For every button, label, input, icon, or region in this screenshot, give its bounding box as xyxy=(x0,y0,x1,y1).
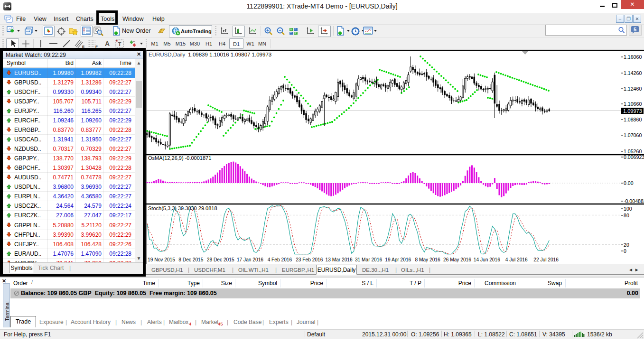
svg-text:100: 100 xyxy=(624,206,632,212)
svg-text:1.10660: 1.10660 xyxy=(624,101,642,107)
svg-text:0.006923: 0.006923 xyxy=(624,154,644,160)
svg-text:8 Dec 2015: 8 Dec 2015 xyxy=(178,257,203,262)
svg-text:5: 5 xyxy=(634,27,636,32)
svg-text:4 Jul 2016: 4 Jul 2016 xyxy=(505,257,528,262)
svg-text:1.08860: 1.08860 xyxy=(624,117,642,122)
svg-text:1.05260: 1.05260 xyxy=(624,148,642,154)
svg-text:OsMA(12,26,9) -0.0001871: OsMA(12,26,9) -0.0001871 xyxy=(148,155,211,161)
svg-text:1.12460: 1.12460 xyxy=(624,86,642,92)
svg-text:0: 0 xyxy=(624,248,626,254)
svg-text:8 May 2016: 8 May 2016 xyxy=(415,257,440,262)
svg-text:0.00: 0.00 xyxy=(624,180,634,186)
svg-text:T: T xyxy=(118,41,121,47)
svg-text:26 May 2016: 26 May 2016 xyxy=(443,257,471,262)
svg-text:-0.004883: -0.004883 xyxy=(624,198,644,204)
svg-text:1.09973: 1.09973 xyxy=(623,108,642,114)
svg-text:1.14260: 1.14260 xyxy=(624,70,642,76)
svg-text:28 Dec 2015: 28 Dec 2015 xyxy=(207,257,234,262)
svg-text:EURUSD,Daily1.09839 1.10016 1.: EURUSD,Daily1.09839 1.10016 1.09807 1.09… xyxy=(149,52,271,57)
svg-text:22 Jul 2016: 22 Jul 2016 xyxy=(533,257,559,262)
svg-text:80: 80 xyxy=(624,213,629,218)
svg-text:1.07060: 1.07060 xyxy=(624,132,642,138)
svg-text:14 Jun 2016: 14 Jun 2016 xyxy=(474,257,500,262)
svg-text:13 Mar 2016: 13 Mar 2016 xyxy=(325,257,353,262)
svg-text:17 Jan 2016: 17 Jan 2016 xyxy=(237,257,263,262)
svg-text:20: 20 xyxy=(624,242,629,248)
svg-text:19 Nov 2015: 19 Nov 2015 xyxy=(148,257,175,262)
svg-text:19 Apr 2016: 19 Apr 2016 xyxy=(385,257,411,262)
svg-text:1.16060: 1.16060 xyxy=(624,54,642,60)
svg-text:31 Mar 2016: 31 Mar 2016 xyxy=(355,257,383,262)
svg-text:Stoch(5,3,3) 39.3830 29.0818: Stoch(5,3,3) 39.3830 29.0818 xyxy=(148,205,217,211)
svg-text:4 Feb 2016: 4 Feb 2016 xyxy=(268,257,292,262)
svg-text:23 Feb 2016: 23 Feb 2016 xyxy=(296,257,323,262)
